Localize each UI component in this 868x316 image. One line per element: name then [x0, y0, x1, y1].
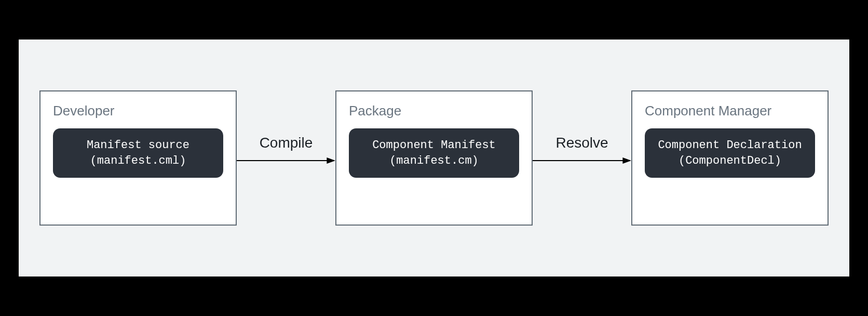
stage-title: Component Manager: [645, 103, 815, 119]
diagram-canvas: Developer Manifest source (manifest.cml)…: [18, 38, 850, 278]
stage-title: Developer: [53, 103, 223, 119]
manifest-source-pill: Manifest source (manifest.cml): [53, 128, 223, 178]
arrow-label: Resolve: [555, 135, 608, 151]
component-declaration-pill: Component Declaration (ComponentDecl): [645, 128, 815, 178]
pill-line: Component Manifest: [372, 139, 496, 152]
pill-line: (manifest.cm): [389, 154, 479, 167]
arrow-label: Compile: [260, 135, 313, 151]
pill-line: (ComponentDecl): [679, 154, 781, 167]
svg-marker-3: [622, 157, 631, 164]
pill-line: Manifest source: [87, 139, 189, 152]
svg-marker-1: [327, 157, 335, 164]
stage-package: Package Component Manifest (manifest.cm): [335, 90, 533, 226]
arrow-resolve: Resolve: [533, 90, 631, 226]
stage-developer: Developer Manifest source (manifest.cml): [39, 90, 237, 226]
component-manifest-pill: Component Manifest (manifest.cm): [349, 128, 519, 178]
arrow-compile: Compile: [237, 90, 335, 226]
stage-component-manager: Component Manager Component Declaration …: [631, 90, 829, 226]
pill-line: Component Declaration: [658, 139, 802, 152]
arrow-right-icon: [533, 155, 631, 166]
stage-title: Package: [349, 103, 519, 119]
pill-line: (manifest.cml): [90, 154, 186, 167]
arrow-right-icon: [237, 155, 335, 166]
